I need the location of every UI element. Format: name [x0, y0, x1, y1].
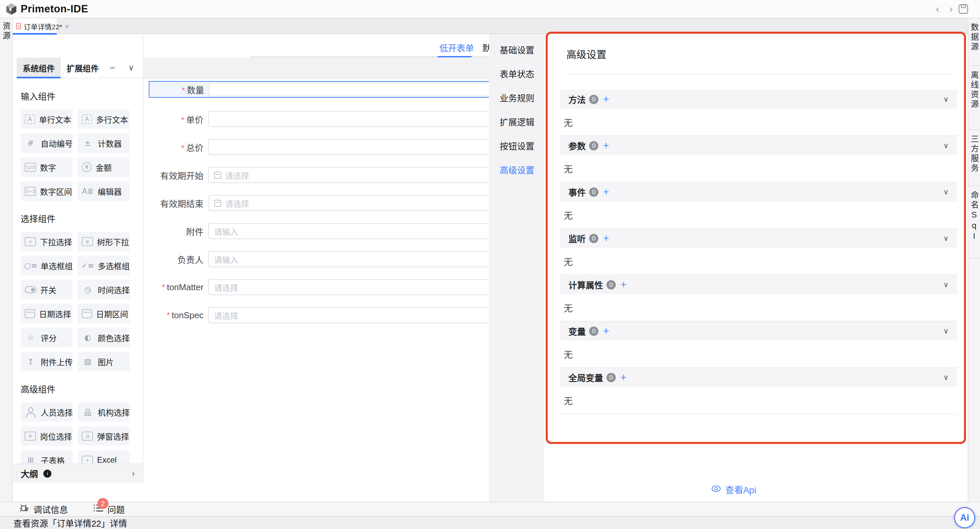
palette-tabs: 系统组件 扩展组件 ≔ ∨: [13, 58, 143, 78]
settings-nav-item[interactable]: 表单状态: [489, 61, 544, 86]
palette-component[interactable]: ▨ 图片: [78, 352, 130, 371]
chevron-down-icon[interactable]: ∨: [943, 234, 949, 243]
palette-component[interactable]: 开关: [21, 280, 73, 299]
ai-assistant-button[interactable]: Ai: [954, 507, 975, 528]
save-icon[interactable]: [958, 4, 969, 16]
field-input[interactable]: [209, 83, 489, 96]
rail-item[interactable]: 离线资源: [968, 66, 980, 130]
palette-component[interactable]: ○≡ 单选框组: [21, 256, 73, 275]
close-tab-icon[interactable]: ×: [65, 22, 69, 30]
eye-icon: [711, 484, 721, 495]
form-field-row[interactable]: *tonSpec 请选择: [149, 307, 489, 323]
add-icon[interactable]: +: [603, 232, 609, 245]
chevron-down-icon[interactable]: ∨: [943, 188, 949, 197]
field-input[interactable]: 请输入: [208, 223, 489, 239]
add-icon[interactable]: +: [603, 94, 609, 105]
add-icon[interactable]: +: [620, 279, 627, 291]
chevron-down-icon[interactable]: ∨: [943, 327, 949, 335]
add-icon[interactable]: +: [603, 186, 609, 198]
nav-forward-icon[interactable]: ›: [945, 3, 957, 15]
palette-component[interactable]: 8 岗位选择: [21, 426, 73, 446]
rail-item[interactable]: 三方服务: [968, 130, 980, 186]
field-input[interactable]: [208, 111, 489, 127]
field-input[interactable]: 请选择: [208, 167, 489, 183]
form-field-row[interactable]: 有效期结束 请选择: [149, 195, 489, 211]
field-input[interactable]: 请选择: [208, 307, 489, 323]
palette-component[interactable]: A 单行文本: [21, 110, 73, 129]
add-icon[interactable]: +: [603, 325, 609, 337]
form-field-row[interactable]: 附件 请输入: [149, 223, 489, 239]
component-icon: ◷: [82, 284, 94, 295]
chevron-down-icon[interactable]: ∨: [943, 95, 949, 104]
rail-item[interactable]: 命名Sql: [968, 186, 980, 258]
palette-list-icon[interactable]: ≔: [110, 64, 115, 71]
rail-item-resources[interactable]: 资源: [0, 22, 12, 41]
section-header[interactable]: 方法 0 + ∨: [560, 90, 957, 109]
field-input[interactable]: [208, 139, 489, 155]
section-header[interactable]: 变量 0 + ∨: [560, 321, 957, 340]
required-asterisk: *: [181, 143, 185, 153]
settings-nav-item[interactable]: 业务规则: [489, 86, 544, 110]
outline-bar[interactable]: 大纲 i ›: [13, 464, 143, 483]
settings-nav-item[interactable]: 扩展逻辑: [489, 110, 544, 133]
palette-component[interactable]: ◐ 颜色选择: [78, 328, 130, 347]
settings-nav-item[interactable]: 高级设置: [489, 157, 544, 181]
chevron-down-icon[interactable]: ∨: [943, 281, 949, 289]
form-design-area: *数量 *单价 *总价: [143, 79, 489, 502]
section-empty-text: 无: [560, 202, 957, 229]
section-header[interactable]: 事件 0 + ∨: [560, 183, 957, 202]
form-field-row[interactable]: 有效期开始 请选择: [149, 167, 489, 183]
section-empty-text: 无: [560, 109, 957, 136]
form-field-row[interactable]: *tonMatter 请选择: [149, 279, 489, 295]
rail-item[interactable]: 数据源: [968, 18, 980, 66]
section-header[interactable]: 全局变量 0 + ∨: [560, 368, 957, 387]
form-field-row[interactable]: *单价: [149, 111, 489, 127]
palette-component[interactable]: Q 弹窗选择: [78, 426, 130, 446]
form-field-row[interactable]: *总价: [149, 139, 489, 155]
form-field-row[interactable]: 负责人 请输入: [149, 251, 489, 267]
palette-component[interactable]: # 自动编号: [21, 133, 73, 153]
add-icon[interactable]: +: [620, 372, 627, 384]
palette-tab[interactable]: 扩展组件: [61, 58, 105, 78]
palette-component[interactable]: ☆ 评分: [21, 328, 73, 347]
palette-component[interactable]: 日期选择: [21, 304, 73, 323]
palette-component[interactable]: ¥ 金额: [78, 157, 130, 177]
view-tab-lowcode-form[interactable]: 低开表单: [439, 41, 474, 54]
chevron-down-icon[interactable]: ∨: [943, 373, 949, 382]
palette-component[interactable]: 品 机构选择: [78, 402, 130, 422]
palette-component[interactable]: ✓≡ 多选框组: [78, 256, 130, 275]
view-api-link[interactable]: 查看Api: [711, 483, 756, 496]
section-header[interactable]: 监听 0 + ∨: [560, 229, 957, 248]
chevron-down-icon[interactable]: ∨: [943, 141, 949, 150]
palette-component[interactable]: ∨ 下拉选择: [21, 232, 73, 251]
palette-component[interactable]: 人员选择: [21, 402, 73, 422]
section-header[interactable]: 参数 0 + ∨: [560, 136, 957, 155]
section-header[interactable]: 计算属性 0 + ∨: [560, 275, 957, 294]
view-tabs: 低开表单 默认: [143, 34, 489, 57]
palette-component[interactable]: 1~3 数字区间: [21, 181, 73, 201]
palette-tab[interactable]: 系统组件: [17, 58, 61, 78]
palette-component[interactable]: ≣ 树形下拉: [78, 232, 130, 251]
field-input[interactable]: 请选择: [208, 279, 489, 295]
count-badge: 0: [606, 280, 616, 289]
field-input[interactable]: 请选择: [208, 195, 489, 211]
view-tab-default[interactable]: 默认: [482, 41, 489, 54]
chevron-down-icon[interactable]: ∨: [128, 63, 134, 72]
field-placeholder: 请选择: [225, 197, 249, 209]
palette-component[interactable]: A≣ 编辑器: [78, 181, 130, 201]
component-icon: 8: [25, 432, 36, 441]
field-input[interactable]: 请输入: [208, 251, 489, 267]
debug-info-button[interactable]: 调试信息: [19, 503, 68, 515]
settings-nav-item[interactable]: 基础设置: [489, 37, 544, 61]
palette-component[interactable]: 123 数字: [21, 157, 73, 177]
palette-component[interactable]: A 多行文本: [78, 110, 130, 129]
nav-back-icon[interactable]: ‹: [932, 3, 943, 15]
palette-component[interactable]: 日期区间: [78, 304, 130, 323]
form-field-row[interactable]: *数量: [149, 81, 489, 98]
palette-component[interactable]: ± 计数器: [78, 133, 130, 153]
palette-component[interactable]: ◷ 时间选择: [78, 280, 130, 299]
add-icon[interactable]: +: [603, 140, 609, 152]
palette-component[interactable]: ↥ 附件上传: [21, 352, 73, 371]
settings-nav-item[interactable]: 按钮设置: [489, 133, 544, 157]
document-tab[interactable]: 订单详情22* ×: [13, 18, 57, 34]
